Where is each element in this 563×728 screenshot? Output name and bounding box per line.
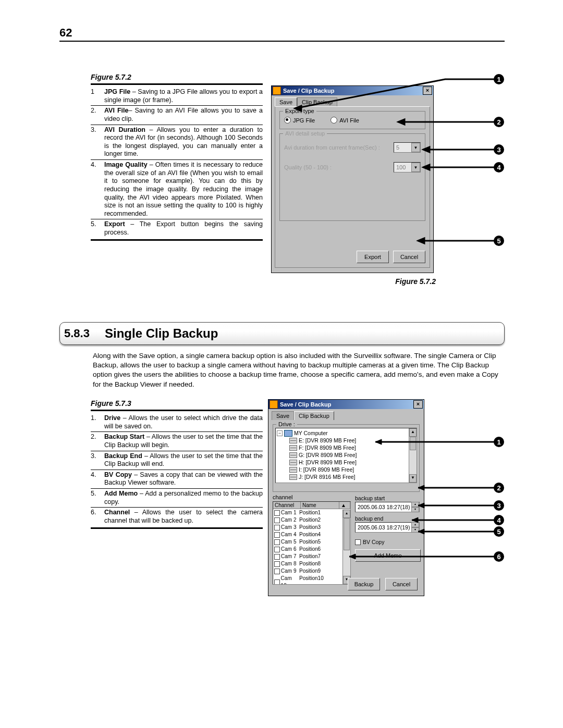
fieldset-avi-detail: AVI detail setup Avi duration from curre… <box>279 133 425 221</box>
radio-jpg-label: JPG File <box>293 117 315 124</box>
checkbox-icon[interactable] <box>274 554 280 560</box>
list-separator <box>91 159 263 160</box>
callout-4: 4 <box>494 515 504 525</box>
list-item: 5.Add Memo – Add a personalized memo to … <box>91 490 263 506</box>
table-row[interactable]: Cam 6Position6 <box>273 546 350 553</box>
table-row[interactable]: Cam 5Position5 <box>273 538 350 546</box>
checkbox-icon[interactable] <box>274 569 280 574</box>
checkbox-icon[interactable] <box>274 561 280 567</box>
radio-jpg-file[interactable]: JPG File <box>284 117 315 124</box>
channel-table[interactable]: Channel Name ▲ Cam 1Position1Cam 2Positi… <box>273 501 351 585</box>
checkbox-icon <box>355 539 361 545</box>
tree-drive-item[interactable]: G: [DVR 8909 MB Free] <box>289 451 415 459</box>
drive-label: I: [DVR 8909 MB Free] <box>299 466 354 473</box>
tree-drive-item[interactable]: H: [DVR 8909 MB Free] <box>289 459 415 466</box>
checkbox-bv-copy[interactable]: BV Copy <box>355 539 420 545</box>
table-row[interactable]: Cam 8Position8 <box>273 560 350 567</box>
table-row[interactable]: Cam 10Position10 <box>273 575 350 585</box>
backup-button[interactable]: Backup <box>348 578 380 590</box>
figure-572-label-bottom: Figure 5.7.2 <box>395 277 436 286</box>
col-channel[interactable]: Channel <box>273 502 301 509</box>
dropdown-quality[interactable]: 100 ▼ <box>394 162 421 172</box>
tree-drive-item[interactable]: I: [DVR 8909 MB Free] <box>289 466 415 473</box>
checkbox-icon[interactable] <box>274 510 280 516</box>
radio-avi-file[interactable]: AVI File <box>331 117 359 124</box>
tree-drive-item[interactable]: F: [DVR 8909 MB Free] <box>289 444 415 451</box>
scrollbar[interactable]: ▴ ▾ <box>342 510 350 584</box>
figure-573-label: Figure 5.7.3 <box>91 399 263 408</box>
table-row[interactable]: Cam 4Position4 <box>273 531 350 538</box>
dialog-save-clip-backup-1: Save / Clip Backup × Save Clip Backup Ex… <box>271 85 434 273</box>
scroll-thumb[interactable] <box>344 518 350 550</box>
list-item-term: JPG File <box>104 88 130 95</box>
table-row[interactable]: Cam 1Position1 <box>273 509 350 516</box>
checkbox-icon[interactable] <box>274 517 280 523</box>
export-button[interactable]: Export <box>357 251 389 263</box>
scroll-thumb[interactable] <box>410 437 416 450</box>
chevron-down-icon: ▼ <box>411 163 420 172</box>
list-item-text: Add Memo – Add a personalized memo to th… <box>104 490 263 506</box>
tab-save[interactable]: Save <box>272 411 294 420</box>
scrollbar[interactable]: ▲ ▼ <box>409 428 417 483</box>
checkbox-icon[interactable] <box>274 539 280 545</box>
drive-tree[interactable]: − MY Computer E: [DVR 8909 MB Free]F: [D… <box>275 428 417 483</box>
list-item-number: 2. <box>91 107 104 123</box>
col-name[interactable]: Name <box>301 502 339 509</box>
backup-start-value: 2005.06.03 18:27(18) <box>358 504 410 510</box>
tab-clip-backup[interactable]: Clip Backup <box>294 411 334 420</box>
tree-drive-item[interactable]: J: [DVR 8916 MB Free] <box>289 473 415 480</box>
callout-4: 4 <box>494 162 504 172</box>
list-item-number: 3. <box>91 452 104 468</box>
list-item-number: 1 <box>91 88 104 104</box>
title-bar: Save / Clip Backup × <box>272 86 433 95</box>
input-backup-end[interactable]: 2005.06.03 18:27(19) ▴▾ <box>355 522 420 533</box>
callout-3: 3 <box>494 144 504 155</box>
list-item: 4.Image Quality – Often times it is nece… <box>91 161 263 218</box>
channel-table-header: Channel Name ▲ <box>273 502 350 509</box>
table-row[interactable]: Cam 7Position7 <box>273 553 350 560</box>
list-item-text: BV Copy – Saves a copy that can be viewe… <box>104 471 263 487</box>
tab-clip-backup[interactable]: Clip Backup <box>297 97 337 106</box>
legend-avi-detail: AVI detail setup <box>283 130 327 137</box>
table-row[interactable]: Cam 9Position9 <box>273 567 350 575</box>
add-memo-button[interactable]: Add Memo <box>355 549 421 562</box>
list-item: 3.Backup End – Allows the user to set th… <box>91 452 263 468</box>
title-bar: Save / Clip Backup × <box>268 400 424 409</box>
section-body-text: Along with the Save option, a single cam… <box>93 351 505 389</box>
checkbox-icon[interactable] <box>274 579 280 585</box>
list-item: 2.AVI File– Saving to an AVI File allows… <box>91 107 263 123</box>
list-item-text: AVI Duration – Allows you to enter a dur… <box>104 126 263 159</box>
close-icon[interactable]: × <box>423 87 432 95</box>
checkbox-icon[interactable] <box>274 525 280 530</box>
cancel-button[interactable]: Cancel <box>393 251 425 263</box>
spinner-icon[interactable]: ▴▾ <box>411 502 419 512</box>
scroll-up-icon[interactable]: ▴ <box>343 510 350 518</box>
list-item-term: BV Copy <box>104 471 132 478</box>
checkbox-icon[interactable] <box>274 532 280 538</box>
callout-1: 1 <box>494 74 504 84</box>
table-row[interactable]: Cam 2Position2 <box>273 516 350 524</box>
table-row[interactable]: Cam 3Position3 <box>273 524 350 531</box>
list-item-number: 5. <box>91 220 104 237</box>
checkbox-icon[interactable] <box>274 547 280 552</box>
cancel-button[interactable]: Cancel <box>385 578 418 590</box>
spinner-icon[interactable]: ▴▾ <box>411 522 419 533</box>
scroll-up-icon[interactable]: ▲ <box>409 428 417 437</box>
list-item: 3.AVI Duration – Allows you to enter a d… <box>91 126 263 159</box>
tab-save[interactable]: Save <box>275 97 297 106</box>
list-item-text: Drive – Allows the user to select which … <box>104 414 263 430</box>
computer-icon <box>284 430 292 437</box>
drive-icon <box>289 438 297 443</box>
radio-avi-label: AVI File <box>339 117 359 124</box>
list-top-rule <box>91 410 263 411</box>
tree-my-computer[interactable]: − MY Computer <box>277 429 415 437</box>
channel-id: Cam 8 <box>281 560 296 567</box>
input-backup-start[interactable]: 2005.06.03 18:27(18) ▴▾ <box>355 502 420 512</box>
list-item-number: 5. <box>91 490 104 506</box>
tree-collapse-icon[interactable]: − <box>277 430 283 436</box>
scroll-up-icon[interactable]: ▲ <box>339 502 350 509</box>
dropdown-avi-duration[interactable]: 5 ▼ <box>394 142 421 153</box>
tree-drive-item[interactable]: E: [DVR 8909 MB Free] <box>289 437 415 444</box>
close-icon[interactable]: × <box>413 400 423 409</box>
scroll-down-icon[interactable]: ▼ <box>409 474 417 483</box>
